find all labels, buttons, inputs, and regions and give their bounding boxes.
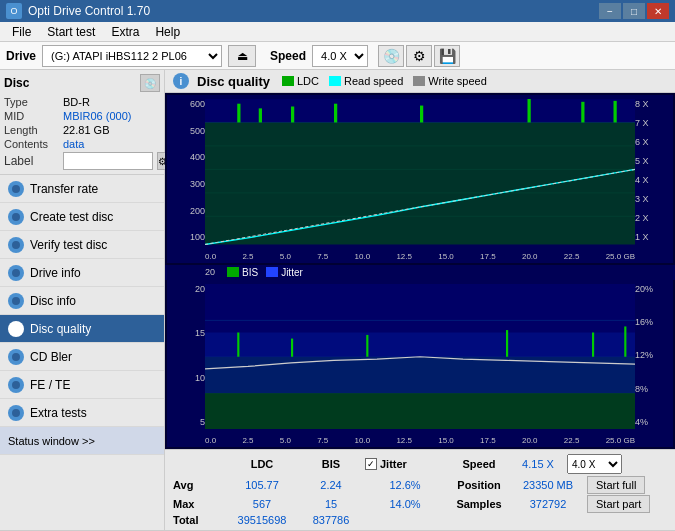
nav-dot bbox=[8, 293, 24, 309]
chart1-x-axis: 0.0 2.5 5.0 7.5 10.0 12.5 15.0 17.5 20.0… bbox=[205, 252, 635, 261]
x-label: 15.0 bbox=[438, 252, 454, 261]
nav-dot bbox=[8, 209, 24, 225]
nav-cd-bler[interactable]: CD Bler bbox=[0, 343, 164, 371]
start-full-button[interactable]: Start full bbox=[587, 476, 645, 494]
nav-label: CD Bler bbox=[30, 350, 72, 364]
speed-val: 4.15 X bbox=[513, 458, 563, 470]
mid-value: MBIR06 (000) bbox=[63, 110, 131, 122]
maximize-button[interactable]: □ bbox=[623, 3, 645, 19]
y2-right-8p: 8% bbox=[635, 384, 673, 394]
titlebar: O Opti Drive Control 1.70 − □ ✕ bbox=[0, 0, 675, 22]
chart2-y-axis-left: 20 15 10 5 bbox=[167, 284, 205, 428]
chart1-svg bbox=[205, 99, 635, 245]
status-window-btn[interactable]: Status window >> bbox=[0, 427, 164, 455]
nav-drive-info[interactable]: Drive info bbox=[0, 259, 164, 287]
svg-rect-10 bbox=[334, 104, 337, 123]
x2-label: 7.5 bbox=[317, 436, 328, 445]
disc-icon-btn[interactable]: 💿 bbox=[378, 45, 404, 67]
drive-select[interactable]: (G:) ATAPI iHBS112 2 PL06 bbox=[42, 45, 222, 67]
y-right-1x: 1 X bbox=[635, 232, 673, 242]
menu-file[interactable]: File bbox=[4, 24, 39, 40]
y-right-8x: 8 X bbox=[635, 99, 673, 109]
col-jitter-header: Jitter bbox=[380, 458, 407, 470]
x-label: 12.5 bbox=[396, 252, 412, 261]
total-label: Total bbox=[173, 514, 223, 526]
position-val: 23350 MB bbox=[513, 479, 583, 491]
y-label-200: 200 bbox=[167, 206, 205, 216]
label-label: Label bbox=[4, 154, 59, 168]
menu-start-test[interactable]: Start test bbox=[39, 24, 103, 40]
jitter-checkbox[interactable]: ✓ bbox=[365, 458, 377, 470]
nav-create-test-disc[interactable]: Create test disc bbox=[0, 203, 164, 231]
svg-rect-24 bbox=[506, 330, 508, 357]
speed-select-stats[interactable]: 4.0 X bbox=[567, 454, 622, 474]
legend-read-speed-label: Read speed bbox=[344, 75, 403, 87]
y2-right-12p: 12% bbox=[635, 350, 673, 360]
legend-jitter: Jitter bbox=[266, 267, 303, 278]
y2-label-10: 10 bbox=[167, 373, 205, 383]
y-right-4x: 4 X bbox=[635, 175, 673, 185]
svg-rect-26 bbox=[624, 326, 626, 356]
app-title: Opti Drive Control 1.70 bbox=[28, 4, 150, 18]
disc-icon-btn[interactable]: 💿 bbox=[140, 74, 160, 92]
svg-rect-11 bbox=[420, 106, 423, 123]
nav-label: Transfer rate bbox=[30, 182, 98, 196]
status-window-label: Status window >> bbox=[8, 435, 95, 447]
samples-label: Samples bbox=[449, 498, 509, 510]
disc-title: Disc bbox=[4, 76, 29, 90]
y2-right-20p: 20% bbox=[635, 284, 673, 294]
label-input[interactable] bbox=[63, 152, 153, 170]
chart2-svg bbox=[205, 284, 635, 430]
menu-help[interactable]: Help bbox=[147, 24, 188, 40]
y2-right-4p: 4% bbox=[635, 417, 673, 427]
disc-label-row: Label ⚙ bbox=[4, 152, 160, 170]
speed-select[interactable]: 4.0 X bbox=[312, 45, 368, 67]
disc-quality-title: Disc quality bbox=[197, 74, 270, 89]
stats-total-row: Total 39515698 837786 bbox=[173, 514, 667, 526]
nav-extra-tests[interactable]: Extra tests bbox=[0, 399, 164, 427]
y2-right-16p: 16% bbox=[635, 317, 673, 327]
close-button[interactable]: ✕ bbox=[647, 3, 669, 19]
disc-mid-row: MID MBIR06 (000) bbox=[4, 110, 160, 122]
nav-disc-info[interactable]: Disc info bbox=[0, 287, 164, 315]
avg-label: Avg bbox=[173, 479, 223, 491]
svg-rect-22 bbox=[291, 338, 293, 356]
start-part-button[interactable]: Start part bbox=[587, 495, 650, 513]
chart1-legend: LDC Read speed Write speed bbox=[282, 75, 487, 87]
app-icon: O bbox=[6, 3, 22, 19]
nav-verify-test-disc[interactable]: Verify test disc bbox=[0, 231, 164, 259]
nav-transfer-rate[interactable]: Transfer rate bbox=[0, 175, 164, 203]
y-label-100: 100 bbox=[167, 232, 205, 242]
chart1-container: 600 500 400 300 200 100 8 X 7 X 6 X 5 X … bbox=[167, 95, 673, 263]
legend-bis: BIS bbox=[227, 267, 258, 278]
nav-section: Transfer rate Create test disc Verify te… bbox=[0, 175, 164, 530]
chart2-y-axis-right: 20% 16% 12% 8% 4% bbox=[635, 284, 673, 428]
max-label: Max bbox=[173, 498, 223, 510]
nav-label: Disc info bbox=[30, 294, 76, 308]
nav-fe-te[interactable]: FE / TE bbox=[0, 371, 164, 399]
menu-extra[interactable]: Extra bbox=[103, 24, 147, 40]
drive-label: Drive bbox=[6, 49, 36, 63]
eject-button[interactable]: ⏏ bbox=[228, 45, 256, 67]
minimize-button[interactable]: − bbox=[599, 3, 621, 19]
disc-header: Disc 💿 bbox=[4, 74, 160, 92]
main-content: Disc 💿 Type BD-R MID MBIR06 (000) Length… bbox=[0, 70, 675, 530]
nav-dot bbox=[8, 405, 24, 421]
nav-disc-quality[interactable]: Disc quality bbox=[0, 315, 164, 343]
legend-jitter-color bbox=[266, 267, 278, 277]
chart2-y-offset: 20 bbox=[205, 267, 215, 277]
svg-rect-13 bbox=[581, 102, 584, 123]
settings-icon-btn[interactable]: ⚙ bbox=[406, 45, 432, 67]
x-label: 5.0 bbox=[280, 252, 291, 261]
legend-jitter-label: Jitter bbox=[281, 267, 303, 278]
type-label: Type bbox=[4, 96, 59, 108]
nav-label: Create test disc bbox=[30, 210, 113, 224]
x2-label: 20.0 bbox=[522, 436, 538, 445]
stats-header-row: LDC BIS ✓ Jitter Speed 4.15 X 4.0 X bbox=[173, 454, 667, 474]
legend-ldc: LDC bbox=[282, 75, 319, 87]
x2-label: 15.0 bbox=[438, 436, 454, 445]
type-value: BD-R bbox=[63, 96, 90, 108]
save-icon-btn[interactable]: 💾 bbox=[434, 45, 460, 67]
x-label: 22.5 bbox=[564, 252, 580, 261]
svg-rect-8 bbox=[259, 108, 262, 122]
